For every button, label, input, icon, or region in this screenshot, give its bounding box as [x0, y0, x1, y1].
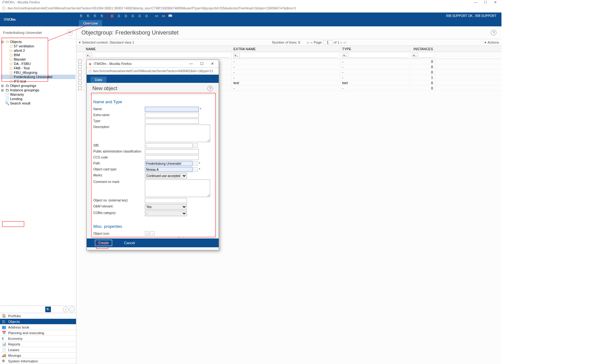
chevron-down-icon[interactable]: ⌄: [69, 307, 75, 312]
object-number-field[interactable]: [145, 198, 187, 203]
toolbar-icon-9[interactable]: ⎙: [137, 13, 142, 18]
help-icon[interactable]: ?: [491, 30, 496, 35]
col-type[interactable]: TYPE: [340, 46, 410, 52]
maximize-icon[interactable]: ☐: [197, 62, 206, 66]
path-field[interactable]: [145, 161, 193, 166]
picker-icon[interactable]: ⌕: [194, 161, 198, 166]
minimize-icon[interactable]: —: [471, 0, 480, 4]
marks-select[interactable]: Continued use accepted: [145, 173, 187, 179]
description-field[interactable]: [145, 125, 210, 142]
comment-mark-field[interactable]: [145, 179, 210, 197]
toolbar-icon-6[interactable]: ⎙: [116, 13, 122, 18]
tree-item[interactable]: 📄Warranty: [1, 92, 75, 97]
close-icon[interactable]: ✕: [491, 0, 500, 4]
page-last-icon[interactable]: ▸|: [344, 40, 347, 45]
tree-search-input[interactable]: [1, 307, 45, 312]
info-icon[interactable]: i: [89, 70, 92, 73]
create-button[interactable]: Create: [95, 240, 112, 246]
tree-item[interactable]: ◫IFC test: [1, 79, 75, 83]
url-text[interactable]: itwo.fm/corefmareal/servlet/CoreFMArealU…: [8, 7, 296, 10]
page-next-icon[interactable]: ▸: [341, 40, 342, 45]
tree-item[interactable]: 📄Lending: [1, 97, 75, 101]
col-extra[interactable]: EXTRA NAME: [232, 46, 340, 52]
page-first-icon[interactable]: |◂: [306, 40, 309, 45]
object-card-type-field[interactable]: [145, 167, 193, 172]
om-relevant-select[interactable]: Yes: [145, 204, 187, 210]
filter-op[interactable]: = ⌄: [86, 53, 92, 58]
tree-item[interactable]: 🔍Search result: [1, 101, 75, 105]
close-icon[interactable]: ✕: [208, 62, 217, 66]
col-name[interactable]: NAME: [84, 46, 232, 52]
tab-overview[interactable]: Overview: [79, 20, 102, 26]
info-icon[interactable]: i: [2, 7, 6, 10]
filter-op[interactable]: = ⌄: [342, 53, 348, 58]
chevron-down-icon[interactable]: ▾: [79, 40, 81, 45]
expand-icon[interactable]: ⊟: [1, 40, 4, 44]
tree-item[interactable]: ◫FAB - Test: [1, 66, 75, 70]
chevron-down-icon[interactable]: ▾: [484, 40, 486, 45]
type-field[interactable]: [145, 119, 199, 124]
tree-item[interactable]: ◫FBU_tilbygning: [1, 70, 75, 75]
nav-item-leases[interactable]: 📄Leases: [0, 347, 76, 353]
toolbar-icon-12[interactable]: ▭: [161, 13, 166, 18]
page-prev-icon[interactable]: ◂: [310, 40, 312, 45]
filter-type-input[interactable]: [349, 53, 408, 58]
toolbar-icon-1[interactable]: ⎘: [78, 13, 84, 18]
nav-item-address-book[interactable]: 👥Address book: [0, 324, 76, 330]
tree-item[interactable]: ◫57 ventilation: [1, 44, 75, 48]
filter-extra-input[interactable]: [240, 53, 338, 58]
toolbar-icon-4[interactable]: ⎘: [99, 13, 105, 18]
cancel-button[interactable]: Cancel: [121, 240, 138, 246]
toolbar-icon-10[interactable]: ⎙: [144, 13, 149, 18]
picker-icon[interactable]: ⌕: [150, 231, 155, 236]
name-field[interactable]: [145, 107, 199, 112]
nav-item-reports[interactable]: 📊Reports: [0, 341, 76, 347]
pac-field[interactable]: [145, 149, 199, 154]
toolbar-icon-2[interactable]: ⎘: [85, 13, 91, 18]
filter-op[interactable]: = ⌄: [412, 53, 418, 58]
tree-item[interactable]: ⊟🗀Objects: [1, 40, 75, 44]
ccs-field[interactable]: [145, 155, 199, 160]
nav-item-system-information[interactable]: ⚙System Information: [0, 358, 76, 364]
expand-icon[interactable]: ⊞: [1, 84, 4, 88]
nav-item-objects[interactable]: ◫Objects: [0, 319, 76, 324]
filter-inst-input[interactable]: [419, 53, 433, 58]
toolbar-icon-11[interactable]: ▭: [154, 13, 159, 18]
cube-icon[interactable]: ◻: [145, 231, 149, 236]
maximize-icon[interactable]: ☐: [481, 0, 490, 4]
tree-item[interactable]: ◫afsnit 2: [1, 48, 75, 53]
toolbar-book-icon[interactable]: 📖: [167, 13, 173, 18]
search-icon[interactable]: 🔍: [45, 307, 51, 312]
extra-name-field[interactable]: [145, 113, 199, 118]
nav-item-economy[interactable]: €Economy: [0, 336, 76, 341]
tree-item[interactable]: ⊞🗀Instance groupings: [1, 88, 75, 92]
col-instances[interactable]: INSTANCES: [410, 46, 435, 52]
page-input[interactable]: [323, 40, 332, 45]
minimize-icon[interactable]: —: [187, 62, 195, 66]
support-user[interactable]: RIB SUPPORT DK , RIB SUPPORT: [446, 14, 500, 18]
tree-item[interactable]: ◫DA - FSBU: [1, 62, 75, 66]
filter-name-input[interactable]: [93, 53, 229, 58]
tree-item[interactable]: ⊞🗀Object groupings: [1, 83, 75, 88]
nav-item-planning-and-executing[interactable]: 📅Planning and executing: [0, 330, 76, 336]
tree-item[interactable]: ◫Blandet: [1, 57, 75, 62]
toolbar-icon-7[interactable]: ⎙: [123, 13, 129, 18]
tree-item[interactable]: ◫BIM: [1, 53, 75, 57]
tab-data[interactable]: Data: [90, 77, 107, 83]
sfb-field[interactable]: [145, 143, 193, 148]
tree-item[interactable]: ◫Frederiksborg Universitet: [1, 75, 75, 79]
popup-url[interactable]: itwo.fm/corefmareal/servlet/CoreFMArealU…: [93, 69, 213, 73]
nav-item-portfolio[interactable]: 🏠Portfolio: [0, 313, 76, 319]
help-icon[interactable]: ?: [207, 86, 213, 91]
nav-item-movings[interactable]: 🚚Movings: [0, 353, 76, 358]
expand-icon[interactable]: ⊞: [1, 88, 4, 92]
picker-icon[interactable]: ⌕: [194, 143, 198, 148]
tree-view[interactable]: ⊟🗀Objects◫57 ventilation◫afsnit 2◫BIM◫Bl…: [0, 39, 76, 306]
toolbar-icon-8[interactable]: ⎙: [130, 13, 135, 18]
cobie-category-select[interactable]: -: [145, 211, 187, 216]
picker-icon[interactable]: ⌕: [194, 167, 198, 172]
toolbar-new-icon[interactable]: ⎙: [109, 13, 115, 18]
toolbar-icon-3[interactable]: ⎘: [92, 13, 98, 18]
list-icon[interactable]: ≡: [63, 307, 68, 312]
mail-icon[interactable]: ✉: [67, 29, 73, 36]
